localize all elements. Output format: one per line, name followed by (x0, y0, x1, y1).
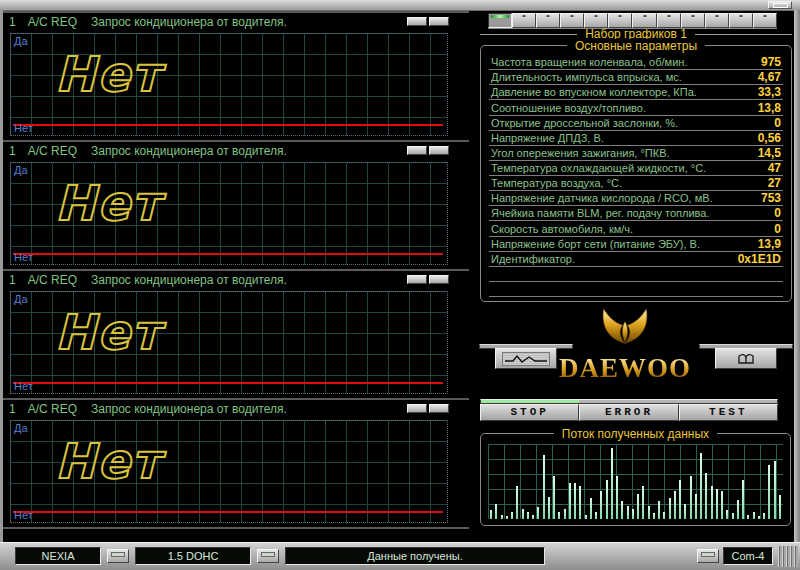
stream-bar (768, 465, 770, 519)
param-row[interactable]: Длительность импульса впрыска, мс.4,67 (489, 70, 783, 85)
tab-graph-set-12[interactable] (753, 13, 777, 28)
graph-option-button[interactable] (407, 146, 427, 155)
param-row[interactable]: Напряжение ДПДЗ, В.0,56 (489, 131, 783, 146)
reference-book-button[interactable] (715, 348, 777, 369)
signal-trace (13, 382, 443, 384)
graph-panel-1: 1A/C REQЗапрос кондиционера от водителя.… (3, 11, 469, 139)
stream-bar (543, 455, 545, 519)
param-value: 0 (774, 223, 781, 236)
stream-bar (779, 495, 781, 519)
tab-graph-set-3[interactable] (536, 13, 560, 28)
stream-bar (516, 486, 518, 519)
stop-button[interactable]: STOP (480, 404, 579, 421)
resize-grip[interactable] (778, 546, 798, 567)
com-port-display: Com-4 (723, 547, 773, 565)
stream-bar (705, 473, 707, 520)
param-row[interactable]: Напряжение датчика кислорода / RCO, мВ.7… (489, 191, 783, 206)
stream-bar (501, 515, 503, 520)
param-value: 0,56 (758, 132, 781, 145)
param-row[interactable]: Ячейкиа памяти BLM, рег. подачу топлива.… (489, 206, 783, 221)
param-value: 0 (774, 117, 781, 130)
graph-option-button[interactable] (407, 404, 427, 413)
y-axis-bottom-label: Нет (14, 380, 33, 392)
graph-option-button[interactable] (407, 17, 427, 26)
param-value: 27 (768, 177, 781, 190)
diagnostic-app-window: 1A/C REQЗапрос кондиционера от водителя.… (0, 0, 800, 570)
param-row[interactable]: Открытие дроссельной заслонки, %.0 (489, 116, 783, 131)
tab-graph-set-7[interactable] (632, 13, 656, 28)
graph-option-button[interactable] (429, 275, 449, 284)
stream-bar (616, 476, 618, 520)
stream-bar (642, 486, 644, 519)
tab-graph-set-11[interactable] (729, 13, 753, 28)
window-restore-button[interactable] (768, 1, 792, 9)
tab-graph-set-9[interactable] (681, 13, 705, 28)
tab-graph-set-10[interactable] (705, 13, 729, 28)
param-label: Напряжение ДПДЗ, В. (491, 132, 758, 145)
param-row[interactable]: Угол опережения зажигания, °ПКВ.14,5 (489, 146, 783, 161)
stream-bar (527, 512, 529, 520)
status-message: Данные получены. (285, 547, 545, 565)
error-button[interactable]: ERROR (579, 404, 678, 421)
stream-bar (658, 501, 660, 519)
channel-code: A/C REQ (28, 402, 77, 416)
param-row[interactable]: Напряжение борт сети (питание ЭБУ), В.13… (489, 237, 783, 252)
test-button[interactable]: TEST (679, 404, 778, 421)
param-row[interactable]: Температура воздуха, °С.27 (489, 176, 783, 191)
model-select-button[interactable] (107, 549, 129, 563)
graph-header: 1A/C REQЗапрос кондиционера от водителя. (3, 400, 469, 419)
param-value: 47 (768, 162, 781, 175)
y-axis-bottom-label: Нет (14, 509, 33, 521)
param-row[interactable]: Идентификатор.0x1E1D (489, 252, 783, 267)
status-bar: NEXIA 1.5 DOHC Данные получены. Com-4 (0, 542, 800, 570)
stream-bar (585, 515, 587, 520)
param-label: Частота вращения коленвала, об/мин. (491, 56, 761, 69)
tab-graph-set-2[interactable] (512, 13, 536, 28)
graph-plot-area: Да Нет Нет (10, 420, 448, 523)
com-port-button[interactable] (697, 549, 719, 563)
param-label: Длительность импульса впрыска, мс. (491, 71, 758, 84)
param-row[interactable]: Скорость автомобиля, км/ч.0 (489, 221, 783, 236)
graph-option-button[interactable] (429, 404, 449, 413)
graph-option-button[interactable] (407, 275, 427, 284)
stream-bar (600, 491, 602, 520)
param-label: Открытие дроссельной заслонки, %. (491, 117, 774, 130)
param-row[interactable]: Соотношение воздух/топливо.13,8 (489, 100, 783, 115)
graph-option-button[interactable] (429, 17, 449, 26)
param-row[interactable]: Частота вращения коленвала, об/мин.975 (489, 55, 783, 70)
stream-bar (674, 491, 676, 520)
param-row-empty (489, 282, 783, 297)
param-row[interactable]: Температура охлаждающей жидкости, °С.47 (489, 161, 783, 176)
stream-bar (747, 515, 749, 520)
graph-panel-3: 1A/C REQЗапрос кондиционера от водителя.… (3, 269, 469, 397)
stream-bar (726, 510, 728, 519)
engine-select-button[interactable] (257, 549, 279, 563)
tab-graph-set-1[interactable] (488, 13, 512, 28)
tab-graph-set-6[interactable] (608, 13, 632, 28)
channel-description: Запрос кондиционера от водителя. (91, 402, 287, 416)
parameters-group: Основные параметры Частота вращения коле… (480, 45, 792, 302)
param-value: 0x1E1D (738, 253, 781, 266)
stream-bar (663, 512, 665, 520)
tab-graph-set-8[interactable] (657, 13, 681, 28)
channel-number: 1 (9, 273, 16, 287)
y-axis-bottom-label: Нет (14, 122, 33, 134)
param-row[interactable]: Давление во впускном коллекторе, КПа.33,… (489, 85, 783, 100)
graph-plot-area: Да Нет Нет (10, 291, 448, 394)
param-label: Напряжение датчика кислорода / RCO, мВ. (491, 192, 761, 205)
param-label: Температура охлаждающей жидкости, °С. (491, 162, 768, 175)
channel-number: 1 (9, 402, 16, 416)
stream-bar (537, 507, 539, 519)
waveform-icon (502, 352, 550, 366)
param-label: Температура воздуха, °С. (491, 177, 768, 190)
graph-option-button[interactable] (429, 146, 449, 155)
tab-graph-set-4[interactable] (560, 13, 584, 28)
y-axis-top-label: Да (14, 35, 28, 47)
engine-display: 1.5 DOHC (135, 547, 251, 565)
control-buttons: STOP ERROR TEST (480, 404, 778, 421)
tab-graph-set-5[interactable] (584, 13, 608, 28)
param-row-empty (489, 267, 783, 282)
stream-bar (774, 461, 776, 520)
stream-bar (606, 480, 608, 519)
stream-bar (679, 480, 681, 519)
